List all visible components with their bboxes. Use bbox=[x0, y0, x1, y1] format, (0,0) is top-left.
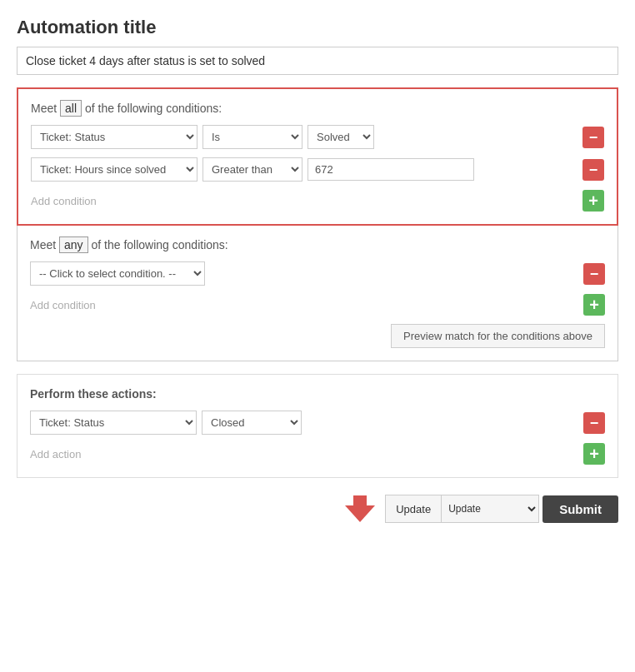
all-keyword: all bbox=[60, 100, 82, 117]
all-condition-row-1: Ticket: Status Ticket: Hours since solve… bbox=[31, 125, 604, 149]
submit-arrow-indicator bbox=[345, 495, 375, 522]
all-conditions-header: Meet all of the following conditions: bbox=[31, 102, 604, 115]
all-suffix: of the following conditions: bbox=[85, 102, 222, 115]
action-1-value-select[interactable]: Closed Solved Open Pending bbox=[202, 411, 302, 435]
action-1-field-select[interactable]: Ticket: Status Ticket: Priority Ticket: … bbox=[30, 411, 197, 435]
condition-2-field-select[interactable]: Ticket: Hours since solved Ticket: Statu… bbox=[31, 157, 198, 182]
condition-2-remove-button[interactable]: − bbox=[582, 159, 604, 181]
any-add-condition-label: Add condition bbox=[30, 299, 96, 311]
condition-1-field-select[interactable]: Ticket: Status Ticket: Hours since solve… bbox=[31, 125, 198, 149]
submit-button[interactable]: Submit bbox=[542, 495, 618, 523]
preview-row: Preview match for the conditions above bbox=[30, 324, 605, 348]
add-action-button[interactable]: + bbox=[583, 443, 605, 465]
action-1-remove-button[interactable]: − bbox=[583, 412, 605, 434]
automation-title-input[interactable] bbox=[17, 47, 618, 75]
arrow-shaft bbox=[353, 495, 367, 505]
update-dropdown[interactable]: Update Update and stay Update and new bbox=[442, 495, 538, 522]
update-button[interactable]: Update bbox=[386, 495, 442, 522]
all-prefix: Meet bbox=[31, 102, 57, 115]
update-split-button: Update Update Update and stay Update and… bbox=[385, 495, 539, 523]
actions-section: Perform these actions: Ticket: Status Ti… bbox=[17, 374, 618, 478]
condition-1-value-select[interactable]: Solved Open Pending Closed bbox=[308, 125, 374, 149]
any-conditions-header: Meet any of the following conditions: bbox=[30, 238, 605, 251]
automation-title-heading: Automation title bbox=[17, 17, 618, 38]
any-prefix: Meet bbox=[30, 238, 56, 251]
action-row-1: Ticket: Status Ticket: Priority Ticket: … bbox=[30, 411, 605, 435]
actions-header: Perform these actions: bbox=[30, 387, 605, 401]
all-condition-row-2: Ticket: Hours since solved Ticket: Statu… bbox=[31, 157, 604, 182]
all-add-condition-row: Add condition + bbox=[31, 190, 604, 212]
preview-button[interactable]: Preview match for the conditions above bbox=[391, 324, 605, 348]
condition-1-remove-button[interactable]: − bbox=[582, 127, 604, 148]
any-condition-1-field-select[interactable]: -- Click to select condition. -- Ticket:… bbox=[30, 261, 205, 286]
any-conditions-section: Meet any of the following conditions: --… bbox=[17, 226, 618, 361]
any-condition-1-remove-button[interactable]: − bbox=[583, 263, 605, 285]
arrow-head bbox=[345, 505, 375, 522]
condition-2-operator-select[interactable]: Greater than Less than Is bbox=[202, 157, 302, 182]
add-action-row: Add action + bbox=[30, 443, 605, 465]
any-suffix: of the following conditions: bbox=[91, 238, 228, 251]
all-add-condition-label: Add condition bbox=[31, 195, 97, 207]
condition-2-value-input[interactable] bbox=[308, 158, 474, 181]
any-add-condition-row: Add condition + bbox=[30, 294, 605, 316]
any-add-condition-button[interactable]: + bbox=[583, 294, 605, 316]
any-keyword: any bbox=[59, 236, 88, 253]
footer-row: Update Update Update and stay Update and… bbox=[17, 495, 618, 523]
add-action-label: Add action bbox=[30, 448, 81, 460]
any-condition-row-1: -- Click to select condition. -- Ticket:… bbox=[30, 261, 605, 286]
condition-1-operator-select[interactable]: Is Is not bbox=[202, 125, 302, 149]
all-conditions-section: Meet all of the following conditions: Ti… bbox=[17, 87, 618, 226]
all-add-condition-button[interactable]: + bbox=[582, 190, 604, 212]
